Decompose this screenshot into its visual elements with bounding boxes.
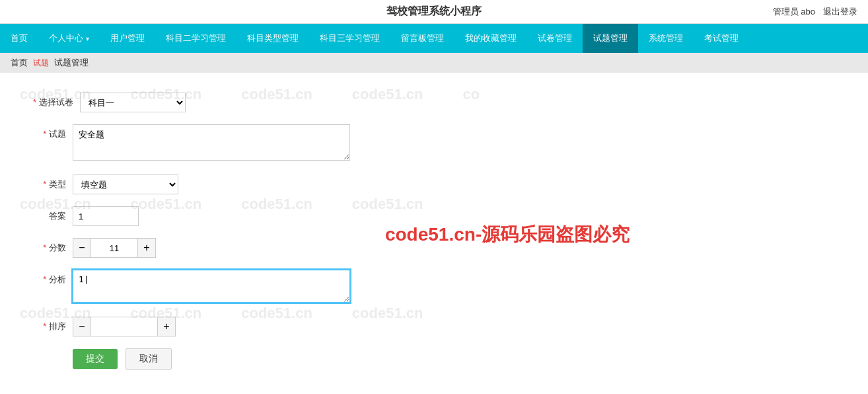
select-exam-row: 选择试卷 科目一 科目二 科目三 [33,93,403,112]
site-title: 驾校管理系统小程序 [386,5,482,19]
top-header: 驾校管理系统小程序 管理员 abo 退出登录 [0,0,868,24]
nav-item-paper[interactable]: 试卷管理 [527,24,583,53]
question-textarea[interactable]: 安全题 [73,124,350,161]
nav-item-users[interactable]: 用户管理 [100,24,155,53]
nav-item-exam[interactable]: 考试管理 [694,24,749,53]
breadcrumb-highlight: 试题 [33,58,49,69]
score-control: − + [73,238,403,258]
header-right: 管理员 abo 退出登录 [773,6,857,18]
breadcrumb: 首页 试题 试题管理 [0,53,868,73]
buttons-row: 提交 取消 [33,348,403,370]
big-watermark-text: code51.cn-源码乐园盗图必究 [385,222,630,247]
score-input[interactable] [91,238,137,258]
answer-row: 答案 [33,206,403,226]
breadcrumb-current: 试题管理 [54,57,89,69]
analysis-row: 分析 1| [33,270,403,305]
score-label: 分数 [33,238,73,254]
select-exam-input[interactable]: 科目一 科目二 科目三 [80,93,186,112]
logout-button[interactable]: 退出登录 [823,6,857,18]
buttons-control: 提交 取消 [73,348,403,370]
score-stepper: − + [73,238,403,258]
question-label: 试题 [33,124,73,140]
nav-item-message[interactable]: 留言板管理 [390,24,454,53]
breadcrumb-home[interactable]: 首页 [11,57,28,69]
order-input[interactable] [91,317,157,336]
main-content: code51.cn code51.cn code51.cn code51.cn … [0,73,868,394]
order-stepper: − + [73,317,403,336]
order-label: 排序 [33,317,73,333]
analysis-textarea[interactable]: 1| [73,270,350,303]
order-plus-button[interactable]: + [157,317,176,336]
answer-control [73,206,403,226]
type-control: 填空题 单选题 多选题 判断题 [73,175,403,194]
order-minus-button[interactable]: − [73,317,91,336]
analysis-control: 1| [73,270,403,305]
nav-item-subject3[interactable]: 科目三学习管理 [309,24,390,53]
question-row: 试题 安全题 [33,124,403,163]
cancel-button[interactable]: 取消 [126,348,172,370]
answer-label: 答案 [33,206,73,222]
question-control: 安全题 [73,124,403,163]
select-exam-label: 选择试卷 [33,93,80,108]
nav-item-question[interactable]: 试题管理 [583,24,638,53]
answer-input[interactable] [73,206,139,226]
order-control: − + [73,317,403,336]
nav-item-system[interactable]: 系统管理 [638,24,694,53]
type-row: 类型 填空题 单选题 多选题 判断题 [33,175,403,194]
type-label: 类型 [33,175,73,190]
score-minus-button[interactable]: − [73,238,91,258]
nav-item-home[interactable]: 首页 [0,24,38,53]
score-row: 分数 − + [33,238,403,258]
order-row: 排序 − + [33,317,403,336]
admin-label: 管理员 abo [773,6,815,18]
type-select[interactable]: 填空题 单选题 多选题 判断题 [73,175,178,194]
nav-bar: 首页 个人中心 ▾ 用户管理 科目二学习管理 科目类型管理 科目三学习管理 留言… [0,24,868,53]
score-plus-button[interactable]: + [137,238,156,258]
chevron-down-icon: ▾ [86,35,89,42]
analysis-label: 分析 [33,270,73,286]
nav-item-subject2[interactable]: 科目二学习管理 [155,24,236,53]
nav-item-favorites[interactable]: 我的收藏管理 [454,24,527,53]
select-exam-control: 科目一 科目二 科目三 [80,93,403,112]
nav-item-subject-type[interactable]: 科目类型管理 [236,24,309,53]
nav-item-personal[interactable]: 个人中心 ▾ [38,24,100,53]
submit-button[interactable]: 提交 [73,349,118,369]
form-container: 选择试卷 科目一 科目二 科目三 试题 安全题 类型 填空题 单选题 [20,86,416,388]
